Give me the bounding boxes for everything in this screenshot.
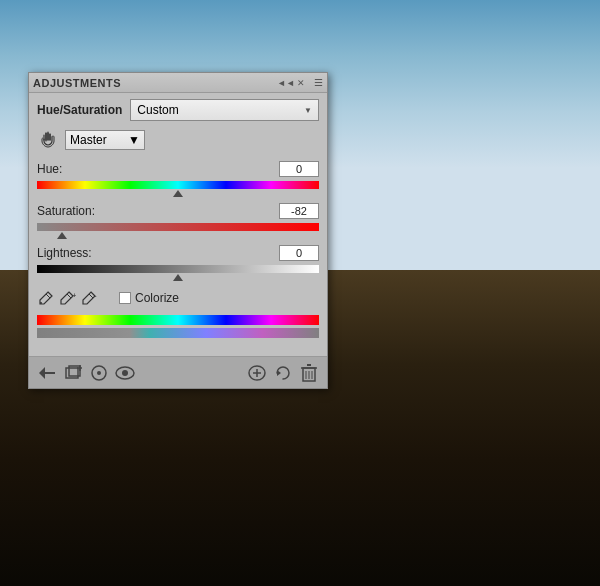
- footer-left-icons: [37, 363, 135, 383]
- hand-icon: [39, 131, 57, 149]
- hue-label-row: Hue: 0: [37, 161, 319, 177]
- section-label: Hue/Saturation: [37, 103, 122, 117]
- hue-thumb[interactable]: [173, 190, 183, 197]
- eyedropper-tool-2[interactable]: +: [59, 289, 77, 307]
- panel-footer: [29, 356, 327, 388]
- saturation-track: [37, 223, 319, 231]
- channel-dropdown[interactable]: Master ▼: [65, 130, 145, 150]
- colorize-label[interactable]: Colorize: [119, 291, 179, 305]
- colorize-text: Colorize: [135, 291, 179, 305]
- eyedropper2-icon: +: [60, 290, 76, 306]
- hue-value[interactable]: 0: [279, 161, 319, 177]
- channel-row: Master ▼: [37, 129, 319, 151]
- section-header-row: Hue/Saturation Custom ▼: [37, 99, 319, 121]
- spectrum-bar-top: [37, 315, 319, 325]
- hue-track: [37, 181, 319, 189]
- hue-label: Hue:: [37, 162, 62, 176]
- svg-text:+: +: [72, 291, 76, 300]
- panel-menu-button[interactable]: ☰: [314, 77, 323, 88]
- colorize-checkbox[interactable]: [119, 292, 131, 304]
- mask-button[interactable]: [247, 363, 267, 383]
- spectrum-bar-bottom: [37, 328, 319, 338]
- lightness-slider[interactable]: [37, 263, 319, 281]
- panel-controls: ◄◄ ✕ ☰: [280, 77, 323, 89]
- tool-icons-group: + -: [37, 289, 99, 307]
- back-icon: [38, 366, 56, 380]
- saturation-label: Saturation:: [37, 204, 95, 218]
- svg-point-17: [97, 371, 101, 375]
- svg-line-4: [46, 294, 50, 298]
- eyedropper-tool-1[interactable]: [37, 289, 55, 307]
- mask-icon: [247, 364, 267, 382]
- lightness-label-row: Lightness: 0: [37, 245, 319, 261]
- preset-dropdown-arrow: ▼: [304, 106, 312, 115]
- channel-value: Master: [70, 133, 107, 147]
- svg-point-19: [122, 370, 128, 376]
- saturation-label-row: Saturation: -82: [37, 203, 319, 219]
- eyedropper1-icon: [38, 290, 54, 306]
- trash-button[interactable]: [299, 363, 319, 383]
- adjustments-panel: ADJUSTMENTS ◄◄ ✕ ☰ Hue/Saturation Custom…: [28, 72, 328, 389]
- panel-close-button[interactable]: ✕: [295, 77, 307, 89]
- svg-point-5: [40, 302, 42, 304]
- svg-marker-21: [277, 370, 281, 376]
- channel-arrow: ▼: [128, 133, 140, 147]
- reset-icon: [274, 364, 292, 382]
- panel-body: Hue/Saturation Custom ▼ Master ▼: [29, 93, 327, 356]
- eye-icon: [115, 366, 135, 380]
- panel-titlebar: ADJUSTMENTS ◄◄ ✕ ☰: [29, 73, 327, 93]
- svg-line-8: [89, 294, 93, 298]
- saturation-thumb[interactable]: [57, 232, 67, 239]
- tools-colorize-row: + - Colorize: [37, 289, 319, 307]
- lightness-thumb[interactable]: [173, 274, 183, 281]
- cycle-icon: [90, 364, 108, 382]
- cycle-button[interactable]: [89, 363, 109, 383]
- lightness-value[interactable]: 0: [279, 245, 319, 261]
- lightness-label: Lightness:: [37, 246, 92, 260]
- panel-collapse-button[interactable]: ◄◄: [280, 77, 292, 89]
- saturation-slider-row: Saturation: -82: [37, 203, 319, 239]
- eye-button[interactable]: [115, 363, 135, 383]
- footer-right-icons: [247, 363, 319, 383]
- saturation-value[interactable]: -82: [279, 203, 319, 219]
- lightness-track: [37, 265, 319, 273]
- svg-rect-11: [44, 372, 55, 374]
- hue-slider[interactable]: [37, 179, 319, 197]
- trash-icon: [301, 364, 317, 382]
- hue-slider-row: Hue: 0: [37, 161, 319, 197]
- new-layer-icon: [64, 364, 82, 382]
- saturation-slider[interactable]: [37, 221, 319, 239]
- new-layer-button[interactable]: [63, 363, 83, 383]
- lightness-slider-row: Lightness: 0: [37, 245, 319, 281]
- preset-value: Custom: [137, 103, 178, 117]
- eyedropper3-icon: -: [82, 290, 98, 306]
- target-adjustment-tool[interactable]: [37, 129, 59, 151]
- panel-title: ADJUSTMENTS: [33, 77, 121, 89]
- preset-dropdown[interactable]: Custom ▼: [130, 99, 319, 121]
- color-bars: [37, 315, 319, 338]
- eyedropper-tool-3[interactable]: -: [81, 289, 99, 307]
- back-button[interactable]: [37, 363, 57, 383]
- reset-button[interactable]: [273, 363, 293, 383]
- svg-line-6: [67, 294, 71, 298]
- svg-text:-: -: [94, 291, 97, 300]
